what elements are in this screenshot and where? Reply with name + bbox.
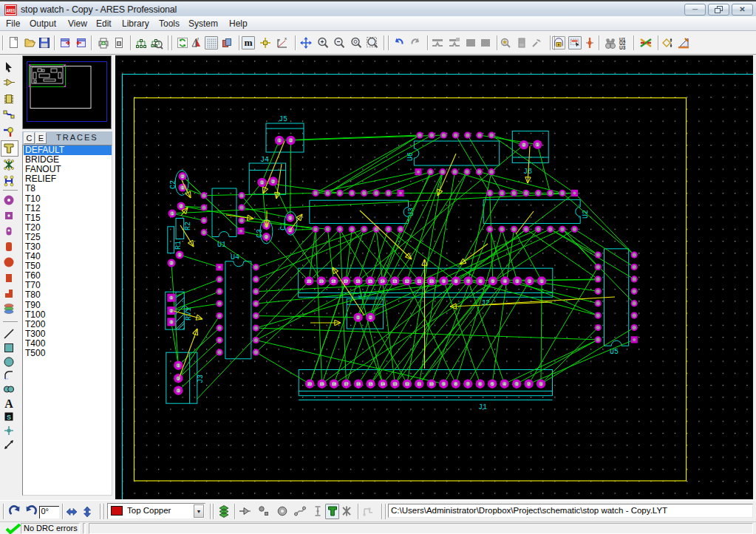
svg-text:U4: U4 bbox=[231, 253, 239, 261]
svg-text:6: 6 bbox=[479, 382, 481, 386]
svg-text:ARES: ARES bbox=[7, 8, 16, 13]
svg-text:16: 16 bbox=[355, 279, 360, 284]
svg-text:19: 19 bbox=[319, 279, 324, 284]
svg-text:7: 7 bbox=[467, 382, 469, 386]
svg-text:20: 20 bbox=[307, 382, 312, 386]
svg-text:2: 2 bbox=[522, 143, 525, 147]
svg-text:1: 1 bbox=[181, 185, 183, 190]
svg-text:15: 15 bbox=[368, 382, 372, 386]
svg-text:J1: J1 bbox=[478, 403, 487, 411]
svg-text:8: 8 bbox=[454, 279, 457, 284]
svg-text:1: 1 bbox=[261, 180, 263, 185]
svg-text:17: 17 bbox=[344, 279, 348, 284]
svg-text:m: m bbox=[244, 37, 252, 48]
svg-text:2: 2 bbox=[180, 204, 182, 208]
svg-text:5: 5 bbox=[491, 279, 494, 284]
svg-text:z: z bbox=[278, 38, 280, 42]
svg-text:1: 1 bbox=[171, 211, 173, 216]
svg-text:J4: J4 bbox=[260, 156, 269, 164]
svg-text:2: 2 bbox=[265, 235, 268, 239]
svg-text:2: 2 bbox=[370, 315, 372, 320]
svg-text:18: 18 bbox=[332, 382, 336, 386]
svg-text:1: 1 bbox=[540, 279, 542, 284]
svg-text:1: 1 bbox=[539, 382, 542, 386]
svg-text:11: 11 bbox=[417, 279, 421, 284]
svg-text:13: 13 bbox=[392, 382, 397, 386]
svg-text:14: 14 bbox=[381, 382, 386, 386]
svg-text:12: 12 bbox=[405, 382, 409, 386]
svg-text:J6: J6 bbox=[523, 168, 532, 176]
svg-text:9: 9 bbox=[443, 279, 445, 284]
svg-text:2: 2 bbox=[177, 377, 180, 381]
svg-text:19: 19 bbox=[319, 382, 324, 386]
svg-text:U3: U3 bbox=[619, 45, 626, 50]
svg-text:7: 7 bbox=[467, 279, 469, 284]
svg-text:10: 10 bbox=[429, 382, 434, 386]
svg-text:J3: J3 bbox=[197, 374, 205, 383]
svg-text:1: 1 bbox=[357, 315, 359, 320]
svg-text:12: 12 bbox=[405, 279, 409, 284]
svg-text:1: 1 bbox=[537, 143, 539, 147]
svg-text:2: 2 bbox=[170, 309, 172, 313]
svg-text:C2: C2 bbox=[169, 180, 177, 189]
svg-text:RV1: RV1 bbox=[185, 307, 193, 321]
svg-text:1: 1 bbox=[177, 363, 180, 368]
svg-text:2: 2 bbox=[170, 261, 172, 265]
svg-text:14: 14 bbox=[380, 279, 385, 284]
svg-text:2: 2 bbox=[272, 179, 274, 184]
svg-text:1: 1 bbox=[178, 253, 180, 257]
svg-text:3: 3 bbox=[177, 388, 180, 393]
svg-text:1: 1 bbox=[170, 295, 172, 300]
svg-text:20: 20 bbox=[307, 279, 311, 284]
svg-text:6: 6 bbox=[480, 279, 482, 284]
svg-text:S: S bbox=[7, 414, 11, 421]
svg-text:x: x bbox=[285, 36, 287, 41]
svg-text:11: 11 bbox=[417, 382, 421, 386]
svg-text:2: 2 bbox=[290, 138, 292, 143]
svg-text:2: 2 bbox=[528, 279, 531, 284]
svg-text:3: 3 bbox=[170, 320, 172, 324]
svg-text:1: 1 bbox=[278, 138, 280, 143]
svg-text:16: 16 bbox=[356, 382, 361, 386]
svg-text:5: 5 bbox=[491, 382, 493, 386]
svg-text:18: 18 bbox=[331, 279, 336, 284]
svg-text:f: f bbox=[197, 37, 199, 41]
svg-text:3: 3 bbox=[516, 279, 518, 284]
svg-text:8: 8 bbox=[454, 382, 457, 386]
svg-text:3: 3 bbox=[515, 382, 517, 386]
svg-text:A: A bbox=[4, 397, 13, 410]
svg-text:15: 15 bbox=[368, 279, 372, 284]
svg-text:9: 9 bbox=[443, 382, 445, 386]
svg-text:2: 2 bbox=[528, 382, 530, 386]
svg-text:17: 17 bbox=[344, 382, 348, 386]
svg-text:2: 2 bbox=[181, 174, 183, 179]
svg-text:R2: R2 bbox=[184, 222, 192, 230]
svg-text:13: 13 bbox=[392, 279, 397, 284]
svg-text:1: 1 bbox=[289, 216, 291, 220]
svg-text:R1: R1 bbox=[174, 241, 183, 250]
svg-text:J5: J5 bbox=[279, 115, 287, 123]
svg-text:10: 10 bbox=[429, 279, 434, 284]
